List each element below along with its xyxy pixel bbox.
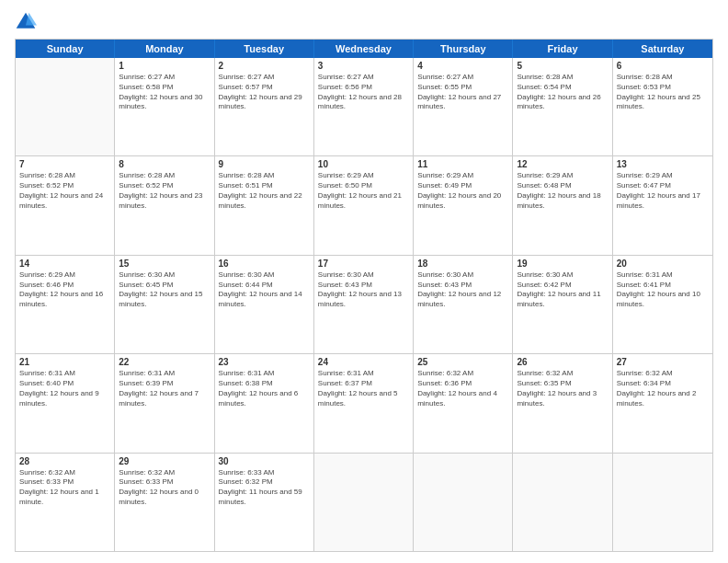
cal-cell: 9Sunrise: 6:28 AM Sunset: 6:51 PM Daylig… bbox=[215, 156, 314, 254]
day-info: Sunrise: 6:28 AM Sunset: 6:52 PM Dayligh… bbox=[119, 171, 210, 211]
day-info: Sunrise: 6:29 AM Sunset: 6:48 PM Dayligh… bbox=[517, 171, 608, 211]
calendar-body: 1Sunrise: 6:27 AM Sunset: 6:58 PM Daylig… bbox=[16, 58, 712, 551]
day-info: Sunrise: 6:31 AM Sunset: 6:41 PM Dayligh… bbox=[617, 270, 709, 310]
day-number: 8 bbox=[119, 159, 210, 169]
day-info: Sunrise: 6:28 AM Sunset: 6:54 PM Dayligh… bbox=[517, 73, 608, 112]
day-info: Sunrise: 6:32 AM Sunset: 6:34 PM Dayligh… bbox=[617, 369, 709, 408]
cal-cell: 7Sunrise: 6:28 AM Sunset: 6:52 PM Daylig… bbox=[16, 156, 115, 254]
cal-header-cell-thursday: Thursday bbox=[414, 40, 513, 58]
day-number: 1 bbox=[119, 61, 210, 71]
day-number: 18 bbox=[417, 259, 508, 269]
logo bbox=[15, 11, 40, 33]
cal-cell: 29Sunrise: 6:32 AM Sunset: 6:33 PM Dayli… bbox=[115, 454, 214, 551]
day-info: Sunrise: 6:29 AM Sunset: 6:49 PM Dayligh… bbox=[417, 171, 508, 211]
cal-cell: 3Sunrise: 6:27 AM Sunset: 6:56 PM Daylig… bbox=[314, 58, 414, 155]
cal-cell: 6Sunrise: 6:28 AM Sunset: 6:53 PM Daylig… bbox=[613, 58, 712, 155]
day-info: Sunrise: 6:27 AM Sunset: 6:55 PM Dayligh… bbox=[417, 73, 508, 112]
day-number: 25 bbox=[417, 357, 508, 367]
day-number: 10 bbox=[318, 159, 409, 169]
day-number: 15 bbox=[119, 259, 210, 269]
day-info: Sunrise: 6:31 AM Sunset: 6:38 PM Dayligh… bbox=[219, 369, 310, 408]
header bbox=[15, 11, 713, 33]
day-info: Sunrise: 6:27 AM Sunset: 6:58 PM Dayligh… bbox=[119, 73, 210, 112]
cal-cell bbox=[414, 454, 513, 551]
day-number: 12 bbox=[517, 159, 608, 169]
day-info: Sunrise: 6:30 AM Sunset: 6:44 PM Dayligh… bbox=[219, 270, 310, 310]
cal-cell bbox=[513, 454, 612, 551]
day-number: 4 bbox=[417, 61, 508, 71]
day-info: Sunrise: 6:28 AM Sunset: 6:53 PM Dayligh… bbox=[617, 73, 709, 112]
cal-cell: 14Sunrise: 6:29 AM Sunset: 6:46 PM Dayli… bbox=[16, 256, 115, 353]
cal-cell: 2Sunrise: 6:27 AM Sunset: 6:57 PM Daylig… bbox=[215, 58, 314, 155]
cal-cell: 5Sunrise: 6:28 AM Sunset: 6:54 PM Daylig… bbox=[513, 58, 612, 155]
calendar-header: SundayMondayTuesdayWednesdayThursdayFrid… bbox=[16, 40, 712, 58]
cal-header-cell-friday: Friday bbox=[513, 40, 612, 58]
cal-header-cell-sunday: Sunday bbox=[16, 40, 115, 58]
day-number: 27 bbox=[617, 357, 709, 367]
cal-cell bbox=[314, 454, 414, 551]
day-number: 7 bbox=[19, 159, 110, 169]
day-info: Sunrise: 6:33 AM Sunset: 6:32 PM Dayligh… bbox=[219, 468, 310, 508]
day-info: Sunrise: 6:30 AM Sunset: 6:43 PM Dayligh… bbox=[318, 270, 409, 310]
day-number: 2 bbox=[219, 61, 310, 71]
cal-week-2: 14Sunrise: 6:29 AM Sunset: 6:46 PM Dayli… bbox=[16, 256, 712, 354]
cal-week-0: 1Sunrise: 6:27 AM Sunset: 6:58 PM Daylig… bbox=[16, 58, 712, 156]
day-info: Sunrise: 6:30 AM Sunset: 6:45 PM Dayligh… bbox=[119, 270, 210, 310]
day-info: Sunrise: 6:31 AM Sunset: 6:40 PM Dayligh… bbox=[19, 369, 110, 408]
cal-header-cell-tuesday: Tuesday bbox=[215, 40, 314, 58]
cal-cell: 22Sunrise: 6:31 AM Sunset: 6:39 PM Dayli… bbox=[115, 354, 214, 452]
cal-cell: 8Sunrise: 6:28 AM Sunset: 6:52 PM Daylig… bbox=[115, 156, 214, 254]
cal-cell: 17Sunrise: 6:30 AM Sunset: 6:43 PM Dayli… bbox=[314, 256, 414, 353]
cal-cell: 27Sunrise: 6:32 AM Sunset: 6:34 PM Dayli… bbox=[613, 354, 712, 452]
day-number: 19 bbox=[517, 259, 608, 269]
cal-week-3: 21Sunrise: 6:31 AM Sunset: 6:40 PM Dayli… bbox=[16, 354, 712, 453]
cal-cell: 20Sunrise: 6:31 AM Sunset: 6:41 PM Dayli… bbox=[613, 256, 712, 353]
cal-header-cell-wednesday: Wednesday bbox=[314, 40, 414, 58]
day-info: Sunrise: 6:32 AM Sunset: 6:33 PM Dayligh… bbox=[19, 468, 110, 508]
day-number: 9 bbox=[219, 159, 310, 169]
day-number: 11 bbox=[417, 159, 508, 169]
day-number: 23 bbox=[219, 357, 310, 367]
day-number: 16 bbox=[219, 259, 310, 269]
day-number: 14 bbox=[19, 259, 110, 269]
day-info: Sunrise: 6:29 AM Sunset: 6:47 PM Dayligh… bbox=[617, 171, 709, 211]
cal-cell: 19Sunrise: 6:30 AM Sunset: 6:42 PM Dayli… bbox=[513, 256, 612, 353]
page: SundayMondayTuesdayWednesdayThursdayFrid… bbox=[0, 0, 728, 563]
day-number: 28 bbox=[19, 456, 110, 466]
day-info: Sunrise: 6:32 AM Sunset: 6:35 PM Dayligh… bbox=[517, 369, 608, 408]
day-number: 17 bbox=[318, 259, 409, 269]
cal-cell: 25Sunrise: 6:32 AM Sunset: 6:36 PM Dayli… bbox=[414, 354, 513, 452]
day-info: Sunrise: 6:29 AM Sunset: 6:50 PM Dayligh… bbox=[318, 171, 409, 211]
day-number: 30 bbox=[219, 456, 310, 466]
day-number: 24 bbox=[318, 357, 409, 367]
cal-cell: 11Sunrise: 6:29 AM Sunset: 6:49 PM Dayli… bbox=[414, 156, 513, 254]
cal-cell: 23Sunrise: 6:31 AM Sunset: 6:38 PM Dayli… bbox=[215, 354, 314, 452]
cal-cell: 24Sunrise: 6:31 AM Sunset: 6:37 PM Dayli… bbox=[314, 354, 414, 452]
cal-cell: 21Sunrise: 6:31 AM Sunset: 6:40 PM Dayli… bbox=[16, 354, 115, 452]
day-number: 26 bbox=[517, 357, 608, 367]
cal-cell: 18Sunrise: 6:30 AM Sunset: 6:43 PM Dayli… bbox=[414, 256, 513, 353]
cal-cell bbox=[16, 58, 115, 155]
day-info: Sunrise: 6:32 AM Sunset: 6:33 PM Dayligh… bbox=[119, 468, 210, 508]
day-info: Sunrise: 6:30 AM Sunset: 6:43 PM Dayligh… bbox=[417, 270, 508, 310]
svg-marker-1 bbox=[26, 13, 37, 26]
day-number: 5 bbox=[517, 61, 608, 71]
calendar: SundayMondayTuesdayWednesdayThursdayFrid… bbox=[15, 39, 713, 552]
cal-header-cell-monday: Monday bbox=[115, 40, 214, 58]
cal-cell: 1Sunrise: 6:27 AM Sunset: 6:58 PM Daylig… bbox=[115, 58, 214, 155]
cal-cell: 30Sunrise: 6:33 AM Sunset: 6:32 PM Dayli… bbox=[215, 454, 314, 551]
day-info: Sunrise: 6:31 AM Sunset: 6:39 PM Dayligh… bbox=[119, 369, 210, 408]
cal-week-4: 28Sunrise: 6:32 AM Sunset: 6:33 PM Dayli… bbox=[16, 454, 712, 551]
day-info: Sunrise: 6:27 AM Sunset: 6:57 PM Dayligh… bbox=[219, 73, 310, 112]
cal-cell: 15Sunrise: 6:30 AM Sunset: 6:45 PM Dayli… bbox=[115, 256, 214, 353]
cal-cell: 16Sunrise: 6:30 AM Sunset: 6:44 PM Dayli… bbox=[215, 256, 314, 353]
cal-cell: 26Sunrise: 6:32 AM Sunset: 6:35 PM Dayli… bbox=[513, 354, 612, 452]
cal-cell: 4Sunrise: 6:27 AM Sunset: 6:55 PM Daylig… bbox=[414, 58, 513, 155]
day-info: Sunrise: 6:30 AM Sunset: 6:42 PM Dayligh… bbox=[517, 270, 608, 310]
day-number: 6 bbox=[617, 61, 709, 71]
day-info: Sunrise: 6:29 AM Sunset: 6:46 PM Dayligh… bbox=[19, 270, 110, 310]
cal-cell: 10Sunrise: 6:29 AM Sunset: 6:50 PM Dayli… bbox=[314, 156, 414, 254]
day-number: 22 bbox=[119, 357, 210, 367]
logo-icon bbox=[15, 11, 37, 33]
day-info: Sunrise: 6:28 AM Sunset: 6:51 PM Dayligh… bbox=[219, 171, 310, 211]
